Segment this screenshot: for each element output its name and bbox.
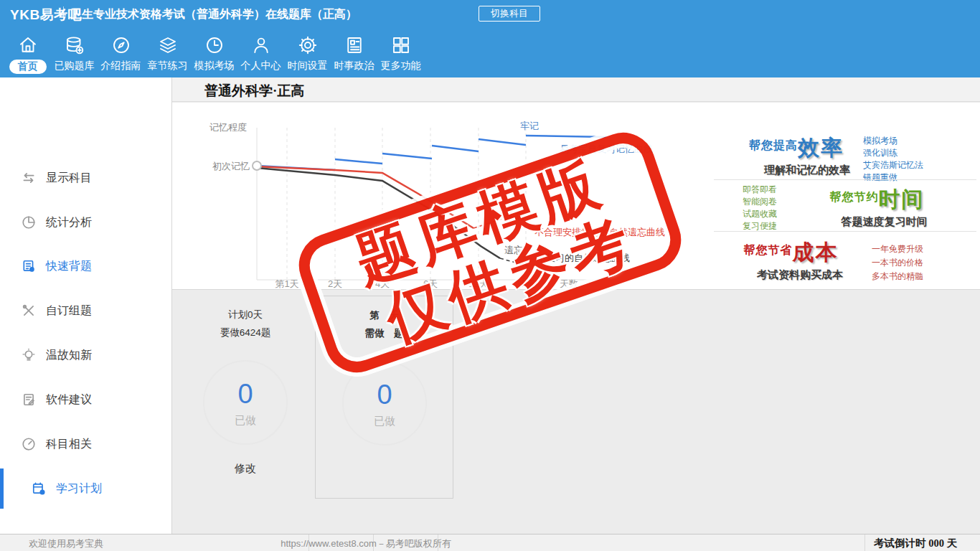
promo-list-item: 即答即看 <box>743 184 777 196</box>
app-title: 卫生专业技术资格考试（普通外科学）在线题库（正高） <box>70 7 357 22</box>
active-item-indicator <box>0 468 4 509</box>
plan-total-questions-text: 要做6424题 <box>176 326 315 339</box>
exam-countdown: 考试倒计时 000 天 <box>874 537 957 550</box>
grid-icon <box>390 34 412 56</box>
promo-time-block: 帮您节约时间 答题速度复习时间 <box>793 185 961 229</box>
nav-label: 更多功能 <box>381 60 421 72</box>
promo-title-small: 帮您提高 <box>749 139 798 151</box>
promo-efficiency-block: 帮您提高效率 理解和记忆的效率 <box>721 133 872 177</box>
promo-divider <box>714 231 976 232</box>
home-icon <box>17 34 39 56</box>
promo-title-small: 帮您节省 <box>744 244 793 256</box>
today-done-count: 0 <box>344 380 425 410</box>
switch-subject-button[interactable]: 切换科目 <box>479 6 540 22</box>
nav-item-profile[interactable]: 个人中心 <box>237 32 284 77</box>
promo-efficiency-list: 模拟考场 强化训练 艾宾浩斯记忆法 错题重做 <box>863 135 923 184</box>
swap-icon <box>22 171 36 185</box>
y-axis-label: 记忆程度 <box>209 122 247 133</box>
plan-days-text: 计划0天 <box>176 309 315 321</box>
sidebar-item-custom-questions[interactable]: 自订组题 <box>0 296 171 325</box>
promo-title-big: 效率 <box>798 136 844 159</box>
news-icon <box>344 34 365 56</box>
plan-done-circle: 0 已做 <box>203 360 288 445</box>
database-icon <box>64 34 85 56</box>
nav-label: 时间设置 <box>288 60 328 72</box>
sidebar: 显示科目 统计分析 快速背题 自订组题 温故知新 软件建议 科目相关 学习计划 <box>0 77 172 534</box>
today-done-label: 已做 <box>344 415 425 428</box>
bulb-icon <box>22 348 36 362</box>
status-bar: 欢迎使用易考宝典 https://www.etest8.com－易考吧版权所有 … <box>0 534 980 551</box>
sidebar-item-label: 自订组题 <box>46 303 92 319</box>
promo-list-item: 强化训练 <box>863 147 923 159</box>
plan-edit-link[interactable]: 修改 <box>176 462 315 476</box>
nav-item-politics[interactable]: 时事政治 <box>331 32 377 77</box>
nav-label: 模拟考场 <box>194 60 235 72</box>
sidebar-item-quick-memorize[interactable]: 快速背题 <box>0 252 171 281</box>
sidebar-item-statistics[interactable]: 统计分析 <box>0 208 171 237</box>
copyright-text: https://www.etest8.com－易考吧版权所有 <box>201 537 531 550</box>
promo-subtitle: 理解和记忆的效率 <box>743 164 872 177</box>
pie-icon <box>22 215 36 230</box>
promo-title-big: 时间 <box>879 187 925 211</box>
plan-done-label: 已做 <box>204 414 286 428</box>
promo-title-small: 帮您节约 <box>830 191 879 203</box>
plan-done-count: 0 <box>204 379 286 410</box>
nav-item-mock-exam[interactable]: 模拟考场 <box>191 32 237 77</box>
main-nav: 首页 已购题库 介绍指南 章节练习 模拟考场 个人中心 时间设置 时事政治 <box>0 27 980 77</box>
welcome-text: 欢迎使用易考宝典 <box>29 537 103 550</box>
nav-label: 时事政治 <box>334 60 374 72</box>
sidebar-item-subject-related[interactable]: 科目相关 <box>0 430 171 458</box>
nav-item-home[interactable]: 首页 <box>4 32 51 77</box>
page-header: 普通外科学·正高 <box>172 77 980 102</box>
sidebar-item-label: 统计分析 <box>46 215 92 230</box>
subject-icon <box>22 437 36 451</box>
quick-memo-icon <box>22 259 36 273</box>
nav-label: 已购题库 <box>55 60 95 72</box>
nav-item-purchased[interactable]: 已购题库 <box>51 32 98 77</box>
sidebar-item-software-feedback[interactable]: 软件建议 <box>0 385 171 414</box>
remember-label: 牢记 <box>520 121 539 131</box>
promo-list-item: 试题收藏 <box>743 208 777 220</box>
nav-label: 首页 <box>9 60 47 74</box>
review-curve-segment <box>432 146 479 151</box>
nav-label: 介绍指南 <box>101 60 141 72</box>
promo-list-item: 一本书的价格 <box>872 256 923 270</box>
nav-item-chapter-practice[interactable]: 章节练习 <box>144 32 191 77</box>
review-curve-segment <box>382 154 432 159</box>
promo-cost-list: 一年免费升级 一本书的价格 多本书的精髓 <box>872 242 923 283</box>
statusbar-separator <box>864 534 865 551</box>
sidebar-item-review-old[interactable]: 温故知新 <box>0 341 171 369</box>
sidebar-item-show-subjects[interactable]: 显示科目 <box>0 164 171 192</box>
review-curve-segment <box>526 136 606 137</box>
promo-subtitle: 考试资料购买成本 <box>735 268 864 282</box>
promo-cost-block: 帮您节省成本 考试资料购买成本 <box>717 238 864 282</box>
nav-item-time-settings[interactable]: 时间设置 <box>284 32 331 77</box>
sidebar-item-label: 显示科目 <box>46 171 92 186</box>
today-done-circle: 0 已做 <box>342 361 427 446</box>
promo-title-big: 成本 <box>793 240 839 264</box>
nav-label: 个人中心 <box>241 60 281 72</box>
person-icon <box>250 34 272 56</box>
sidebar-item-label: 快速背题 <box>46 259 92 274</box>
x-tick: 第1天 <box>275 278 298 289</box>
sidebar-item-study-plan[interactable]: 学习计划 <box>0 474 171 503</box>
review-curve-segment <box>335 159 382 164</box>
page-title: 普通外科学·正高 <box>204 82 304 100</box>
brand-divider <box>63 6 64 21</box>
nav-item-guide[interactable]: 介绍指南 <box>98 32 144 77</box>
promo-list-item: 模拟考场 <box>863 135 923 147</box>
suggest-icon <box>22 392 36 407</box>
promo-list-item: 智能阅卷 <box>743 196 777 208</box>
top-title-bar: YKB易考吧 卫生专业技术资格考试（普通外科学）在线题库（正高） 切换科目 <box>0 0 980 27</box>
promo-list-item: 多本书的精髓 <box>872 270 923 283</box>
compass-icon <box>110 34 132 56</box>
promo-list-item: 艾宾浩斯记忆法 <box>863 159 923 171</box>
sidebar-item-label: 温故知新 <box>46 348 92 363</box>
nav-label: 章节练习 <box>148 60 188 72</box>
clock-icon <box>204 34 225 56</box>
nav-item-more[interactable]: 更多功能 <box>377 32 424 77</box>
sidebar-item-label: 科目相关 <box>46 437 92 452</box>
promo-time-list: 即答即看 智能阅卷 试题收藏 复习便捷 <box>743 184 777 232</box>
promo-list-item: 一年免费升级 <box>872 242 923 256</box>
promo-divider <box>714 179 976 180</box>
